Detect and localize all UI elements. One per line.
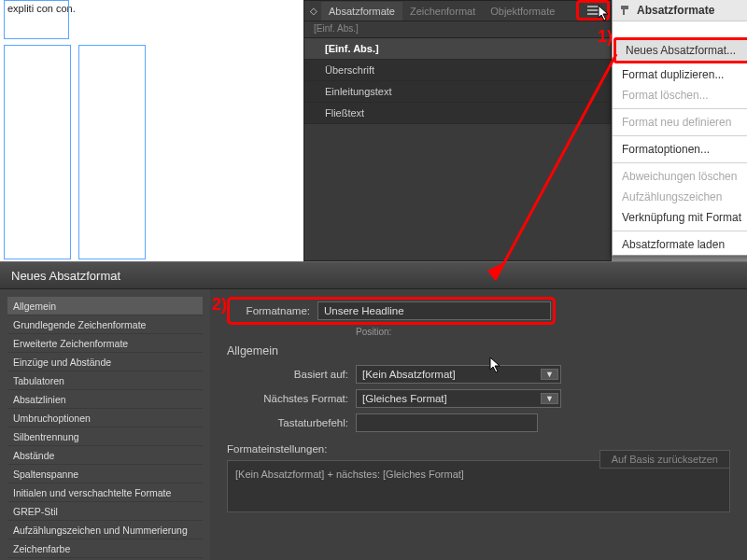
paragraph-icon [618,4,631,17]
separator [613,108,747,109]
menu-new-paragraph-style[interactable]: Neues Absatzformat... [613,37,747,63]
current-style-readout: [Einf. Abs.] [304,21,611,38]
sidebar-item[interactable]: Absatzlinien [7,390,203,409]
text-frame[interactable] [78,45,146,259]
chevron-down-icon: ▼ [541,369,558,380]
style-item[interactable]: [Einf. Abs.] [304,38,611,60]
dialog-title: Neues Absatzformat [0,261,747,289]
flyout-title-label: Absatzformate [637,4,714,17]
text-frame[interactable] [4,45,71,259]
select-value: [Kein Absatzformat] [362,369,456,380]
menu-break-link[interactable]: Verknüpfung mit Format [613,207,747,228]
separator [613,231,747,231]
annotation-step-1: 1) [598,27,613,47]
text-frame[interactable] [4,0,69,39]
sidebar-item[interactable]: Tabulatoren [7,371,203,390]
menu-clear-overrides: Abweichungen löschen [613,166,747,187]
sidebar-item[interactable]: GREP-Stil [7,502,203,521]
menu-duplicate-style[interactable]: Format duplizieren... [613,64,747,85]
sidebar-item[interactable]: Einzüge und Abstände [7,353,203,371]
dialog-section-list: Allgemein Grundlegende Zeichenformate Er… [0,289,210,560]
sidebar-item[interactable]: Initialen und verschachtelte Formate [7,483,203,502]
sidebar-item[interactable]: Silbentrennung [7,427,203,446]
based-on-select[interactable]: [Kein Absatzformat] ▼ [356,365,561,384]
menu-bullets: Aufzählungszeichen [613,187,747,207]
format-name-label: Formatname: [232,305,310,316]
style-item[interactable]: Fließtext [304,103,611,124]
position-label: Position: [356,327,730,337]
tab-object-styles[interactable]: Objektformate [483,2,562,21]
tab-paragraph-styles[interactable]: Absatzformate [321,2,402,21]
menu-load-styles[interactable]: Absatzformate laden [613,234,747,255]
separator [613,135,747,136]
select-value: [Gleiches Format] [362,393,447,404]
sidebar-item[interactable]: Aufzählungszeichen und Nummerierung [7,521,203,539]
tab-character-styles[interactable]: Zeichenformat [402,2,483,21]
new-paragraph-style-dialog: Neues Absatzformat Allgemein Grundlegend… [0,261,747,560]
shortcut-label: Tastaturbefehl: [227,417,348,428]
format-name-input[interactable] [317,301,551,320]
sidebar-item[interactable]: Zeichenfarbe [7,539,203,558]
reset-to-base-button[interactable]: Auf Basis zurücksetzen [599,450,730,469]
separator [613,162,747,163]
section-heading-general: Allgemein [227,344,730,357]
dialog-main-panel: 2) Formatname: Position: Allgemein Basie… [210,289,747,560]
sidebar-item[interactable]: Umbruchoptionen [7,409,203,427]
sidebar-item-general[interactable]: Allgemein [7,297,203,315]
style-item[interactable]: Einleitungstext [304,81,611,103]
shortcut-input[interactable] [356,413,538,432]
cursor-icon [489,357,502,379]
menu-delete-style: Format löschen... [613,85,747,105]
next-style-label: Nächstes Format: [227,393,348,404]
paragraph-styles-panel: ◇ Absatzformate Zeichenformat Objektform… [303,0,612,261]
sidebar-item[interactable]: Grundlegende Zeichenformate [7,315,203,334]
sidebar-item[interactable]: Abstände [7,446,203,465]
menu-redefine-style: Format neu definieren [613,112,747,133]
flyout-title: Absatzformate [613,0,747,21]
style-list: [Einf. Abs.] Überschrift Einleitungstext… [304,38,611,124]
chevron-down-icon: ▼ [541,393,558,404]
sidebar-item[interactable]: Spaltenspanne [7,465,203,483]
next-style-select[interactable]: [Gleiches Format] ▼ [356,389,561,408]
panel-tab-bar: ◇ Absatzformate Zeichenformat Objektform… [304,1,611,21]
annotation-step-2: 2) [212,295,227,315]
based-on-label: Basiert auf: [227,369,348,380]
document-canvas: expliti con con. [0,0,303,261]
cursor-icon [598,5,611,27]
style-item[interactable]: Überschrift [304,60,611,81]
panel-flyout-menu: Absatzformate Neues Absatzformat... Form… [612,0,747,256]
sidebar-item[interactable]: Erweiterte Zeichenformate [7,334,203,353]
diamond-icon: ◇ [310,6,317,16]
menu-style-options[interactable]: Formatoptionen... [613,139,747,160]
